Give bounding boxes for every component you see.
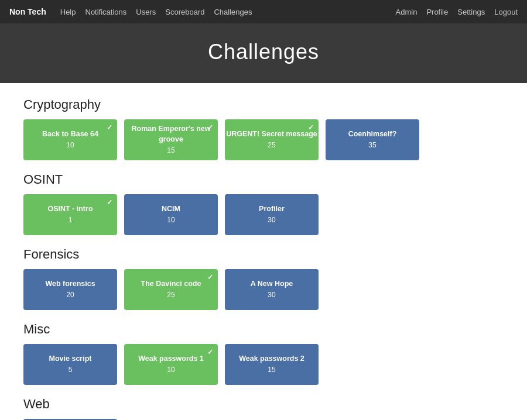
challenge-weak-passwords-2[interactable]: Weak passwords 2 15 bbox=[225, 344, 319, 385]
category-title-osint: OSINT bbox=[23, 172, 504, 187]
card-name: NCIM bbox=[162, 204, 180, 215]
card-name: Profiler bbox=[259, 204, 285, 215]
card-name: OSINT - intro bbox=[47, 204, 93, 215]
card-name: The Davinci code bbox=[141, 279, 201, 290]
card-points: 10 bbox=[66, 140, 74, 150]
nav-logout[interactable]: Logout bbox=[494, 8, 518, 16]
card-name: Web forensics bbox=[45, 279, 95, 290]
solved-check: ✓ bbox=[107, 198, 112, 208]
nav-profile[interactable]: Profile bbox=[426, 8, 448, 16]
challenge-web-forensics[interactable]: Web forensics 20 bbox=[23, 269, 117, 310]
nav-right: Admin Profile Settings Logout bbox=[396, 8, 518, 16]
solved-check: ✓ bbox=[207, 123, 213, 133]
solved-check: ✓ bbox=[207, 273, 213, 283]
category-forensics: Forensics Web forensics 20 ✓ The Davinci… bbox=[23, 247, 504, 310]
card-name: Back to Base 64 bbox=[42, 129, 98, 140]
nav-left: Help Notifications Users Scoreboard Chal… bbox=[60, 8, 396, 16]
nav-users[interactable]: Users bbox=[136, 8, 156, 16]
card-name: Roman Emperor's new groove bbox=[124, 124, 218, 144]
challenge-davinci-code[interactable]: ✓ The Davinci code 25 bbox=[124, 269, 218, 310]
card-points: 5 bbox=[69, 365, 73, 375]
page-title: Challenges bbox=[0, 40, 527, 64]
card-points: 15 bbox=[268, 365, 275, 375]
card-points: 10 bbox=[167, 365, 174, 375]
challenge-urgent-secret[interactable]: ✓ URGENT! Secret message 25 bbox=[225, 119, 319, 160]
challenge-coenhimself[interactable]: Coenhimself? 35 bbox=[326, 119, 419, 160]
nav-scoreboard[interactable]: Scoreboard bbox=[165, 8, 204, 16]
challenge-row-forensics: Web forensics 20 ✓ The Davinci code 25 A… bbox=[23, 269, 504, 310]
category-title-web: Web bbox=[23, 397, 504, 412]
challenge-row-cryptography: ✓ Back to Base 64 10 ✓ Roman Emperor's n… bbox=[23, 119, 504, 160]
challenge-movie-script[interactable]: Movie script 5 bbox=[23, 344, 117, 385]
category-title-forensics: Forensics bbox=[23, 247, 504, 262]
solved-check: ✓ bbox=[207, 347, 213, 357]
card-points: 10 bbox=[167, 215, 174, 225]
card-name: Movie script bbox=[49, 354, 92, 364]
card-name: Weak passwords 1 bbox=[138, 354, 204, 364]
card-points: 25 bbox=[167, 290, 174, 300]
challenge-profiler[interactable]: Profiler 30 bbox=[225, 194, 319, 235]
solved-check: ✓ bbox=[308, 123, 314, 133]
challenge-back-to-base-64[interactable]: ✓ Back to Base 64 10 bbox=[23, 119, 117, 160]
challenge-row-osint: ✓ OSINT - intro 1 NCIM 10 Profiler 30 bbox=[23, 194, 504, 235]
card-points: 15 bbox=[167, 146, 174, 156]
nav-challenges[interactable]: Challenges bbox=[214, 8, 252, 16]
nav-help[interactable]: Help bbox=[60, 8, 76, 16]
card-points: 35 bbox=[368, 140, 376, 150]
category-title-misc: Misc bbox=[23, 322, 504, 337]
category-title-cryptography: Cryptography bbox=[23, 97, 504, 112]
category-osint: OSINT ✓ OSINT - intro 1 NCIM 10 Profiler… bbox=[23, 172, 504, 235]
nav-admin[interactable]: Admin bbox=[396, 8, 418, 16]
navbar: Non Tech Help Notifications Users Scoreb… bbox=[0, 0, 527, 23]
card-points: 25 bbox=[268, 140, 275, 150]
challenge-ncim[interactable]: NCIM 10 bbox=[124, 194, 218, 235]
card-name: A New Hope bbox=[251, 279, 293, 290]
solved-check: ✓ bbox=[107, 123, 112, 133]
card-points: 30 bbox=[268, 290, 275, 300]
card-points: 1 bbox=[69, 215, 73, 225]
card-points: 20 bbox=[66, 290, 74, 300]
brand-logo: Non Tech bbox=[9, 7, 46, 16]
category-misc: Misc Movie script 5 ✓ Weak passwords 1 1… bbox=[23, 322, 504, 385]
nav-notifications[interactable]: Notifications bbox=[85, 8, 127, 16]
main-content: Cryptography ✓ Back to Base 64 10 ✓ Roma… bbox=[0, 83, 527, 420]
challenge-row-misc: Movie script 5 ✓ Weak passwords 1 10 Wea… bbox=[23, 344, 504, 385]
card-name: URGENT! Secret message bbox=[226, 129, 317, 140]
category-web: Web Natas level 0 5 bbox=[23, 397, 504, 420]
challenge-weak-passwords-1[interactable]: ✓ Weak passwords 1 10 bbox=[124, 344, 218, 385]
card-points: 30 bbox=[268, 215, 275, 225]
category-cryptography: Cryptography ✓ Back to Base 64 10 ✓ Roma… bbox=[23, 97, 504, 160]
nav-settings[interactable]: Settings bbox=[457, 8, 485, 16]
card-name: Coenhimself? bbox=[348, 129, 397, 140]
challenge-roman-emperor[interactable]: ✓ Roman Emperor's new groove 15 bbox=[124, 119, 218, 160]
page-header: Challenges bbox=[0, 23, 527, 83]
card-name: Weak passwords 2 bbox=[239, 354, 304, 364]
challenge-osint-intro[interactable]: ✓ OSINT - intro 1 bbox=[23, 194, 117, 235]
challenge-new-hope[interactable]: A New Hope 30 bbox=[225, 269, 319, 310]
